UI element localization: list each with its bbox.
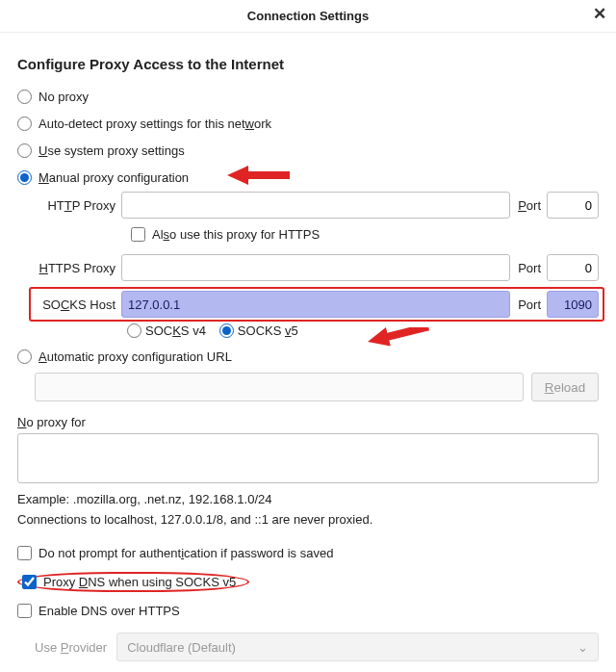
dns-provider-value: Cloudflare (Default) [127, 640, 236, 655]
radio-use-system[interactable]: Use system proxy settings [17, 138, 599, 163]
radio-no-proxy[interactable]: No proxy [17, 84, 599, 109]
check-dns-over-https[interactable]: Enable DNS over HTTPS [17, 598, 599, 623]
https-proxy-label: HTTPS Proxy [35, 261, 121, 275]
https-port-label: Port [518, 261, 541, 275]
dns-provider-select: Cloudflare (Default) ⌄ [116, 633, 599, 661]
http-proxy-host-input[interactable] [121, 192, 510, 219]
no-proxy-for-input[interactable] [17, 433, 599, 483]
radio-auto-url[interactable]: Automatic proxy configuration URL [17, 344, 599, 369]
http-proxy-port-input[interactable] [547, 192, 599, 219]
socks-host-label: SOCKS Host [35, 297, 121, 312]
radio-auto-detect-input[interactable] [17, 116, 32, 131]
radio-socks-v5-label: SOCKS v5 [238, 323, 298, 338]
radio-auto-detect[interactable]: Auto-detect proxy settings for this netw… [17, 111, 599, 136]
annotation-oval: Proxy DNS when using SOCKS v5 [17, 572, 249, 592]
socks-host-input[interactable] [121, 291, 510, 318]
also-https-label: Also use this proxy for HTTPS [152, 227, 320, 242]
svg-marker-0 [227, 166, 290, 185]
check-no-auth-prompt-label: Do not prompt for authentication if pass… [38, 546, 333, 560]
annotation-arrow-icon [227, 161, 295, 190]
http-port-label: Port [518, 198, 541, 213]
https-proxy-port-input[interactable] [547, 254, 599, 281]
socks-port-input[interactable] [547, 291, 599, 318]
radio-use-system-label: Use system proxy settings [38, 143, 185, 158]
check-dns-over-https-label: Enable DNS over HTTPS [38, 604, 180, 618]
radio-manual-input[interactable] [17, 170, 32, 185]
no-proxy-note: Connections to localhost, 127.0.0.1/8, a… [17, 512, 599, 527]
check-dns-over-https-input[interactable] [17, 604, 32, 618]
socks-host-row: SOCKS Host Port [35, 291, 599, 318]
check-no-auth-prompt-input[interactable] [17, 546, 32, 560]
dns-provider-label: Use Provider [35, 640, 107, 655]
radio-socks-v4[interactable]: SOCKS v4 [127, 323, 206, 338]
socks-version-row: SOCKS v4 SOCKS v5 [127, 323, 599, 338]
dialog-title: Connection Settings [247, 9, 369, 23]
check-proxy-dns-label: Proxy DNS when using SOCKS v5 [43, 575, 236, 589]
socks-port-label: Port [518, 297, 541, 312]
radio-use-system-input[interactable] [17, 143, 32, 158]
check-no-auth-prompt[interactable]: Do not prompt for authentication if pass… [17, 540, 599, 565]
section-heading: Configure Proxy Access to the Internet [17, 56, 599, 72]
chevron-down-icon: ⌄ [578, 640, 588, 655]
radio-socks-v4-input[interactable] [127, 323, 141, 338]
reload-button: Reload [531, 373, 599, 401]
also-https-checkbox[interactable] [131, 227, 145, 242]
close-icon[interactable]: ✕ [593, 6, 606, 22]
radio-no-proxy-input[interactable] [17, 90, 32, 104]
also-https-row[interactable]: Also use this proxy for HTTPS [127, 224, 599, 245]
no-proxy-example: Example: .mozilla.org, .net.nz, 192.168.… [17, 492, 599, 506]
radio-manual-label: Manual proxy configuration [38, 170, 189, 185]
check-proxy-dns-input[interactable] [22, 575, 37, 589]
radio-auto-detect-label: Auto-detect proxy settings for this netw… [38, 116, 271, 131]
radio-no-proxy-label: No proxy [38, 90, 89, 104]
radio-socks-v5-input[interactable] [219, 323, 234, 338]
http-proxy-row: HTTP Proxy Port [35, 192, 599, 219]
dns-provider-row: Use Provider Cloudflare (Default) ⌄ [35, 633, 599, 661]
dialog-content: Configure Proxy Access to the Internet N… [0, 33, 616, 672]
https-proxy-host-input[interactable] [121, 254, 510, 281]
options-checklist: Do not prompt for authentication if pass… [17, 540, 599, 623]
http-proxy-label: HTTP Proxy [35, 198, 121, 213]
radio-manual[interactable]: Manual proxy configuration [17, 165, 599, 190]
radio-auto-url-input[interactable] [17, 349, 32, 364]
radio-socks-v4-label: SOCKS v4 [145, 323, 206, 338]
manual-proxy-group: HTTP Proxy Port Also use this proxy for … [35, 192, 599, 338]
dialog-titlebar: Connection Settings ✕ [0, 0, 616, 33]
check-proxy-dns[interactable]: Proxy DNS when using SOCKS v5 [17, 569, 599, 594]
socks-highlight-box: SOCKS Host Port [29, 287, 604, 322]
auto-url-row: Reload [35, 373, 599, 401]
radio-auto-url-label: Automatic proxy configuration URL [38, 349, 232, 364]
auto-url-input [35, 373, 524, 401]
radio-socks-v5[interactable]: SOCKS v5 [219, 323, 298, 338]
https-proxy-row: HTTPS Proxy Port [35, 254, 599, 281]
no-proxy-for-label: No proxy for [17, 415, 599, 429]
